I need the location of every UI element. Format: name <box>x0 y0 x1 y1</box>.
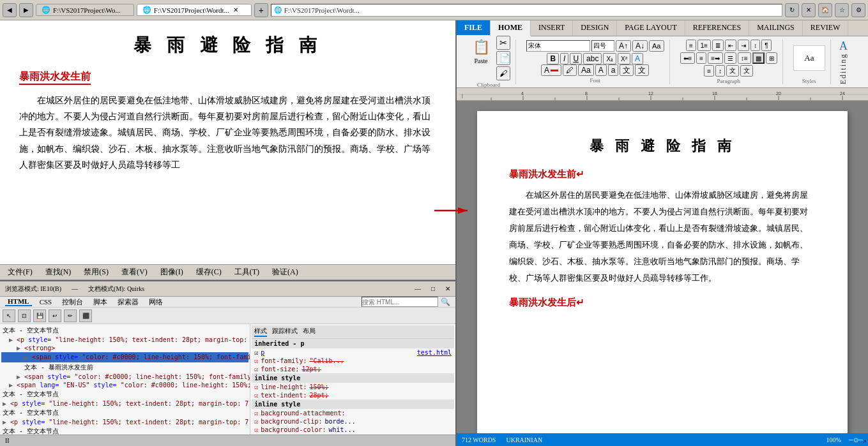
toolbar-btn-stop[interactable]: ⬛ <box>79 309 92 322</box>
multilevel-button[interactable]: ≣ <box>712 40 724 51</box>
style-tab-styles[interactable]: 样式 <box>254 327 267 337</box>
sort-button[interactable]: ↕ <box>750 40 760 51</box>
bullets-button[interactable]: ≡ <box>686 40 696 51</box>
menu-image[interactable]: 图像(I) <box>158 266 186 278</box>
subscript-button[interactable]: X₂ <box>603 53 616 64</box>
refresh-button[interactable]: ↻ <box>785 3 799 17</box>
style-tab-layout[interactable]: 布局 <box>303 327 316 337</box>
increase-indent-button[interactable]: ⇥ <box>738 40 749 51</box>
browser-tab-2[interactable]: 🌐 F:\VS2017Project\Wordt... ✕ <box>137 4 252 16</box>
show-marks-button[interactable]: ¶ <box>761 40 771 51</box>
para-extra1[interactable]: ≡ <box>704 65 714 77</box>
font-extra-button[interactable]: 文 <box>620 64 634 76</box>
tab-references[interactable]: REFERENCES <box>685 20 749 36</box>
font-size-box[interactable]: 四号 <box>591 40 614 52</box>
tab-file[interactable]: FILE <box>457 20 491 36</box>
aa-upper-button[interactable]: A <box>595 64 607 76</box>
favorites-button[interactable]: ☆ <box>835 3 849 17</box>
html-line-5[interactable]: 文本 - 暴雨洪水发生前 <box>1 362 248 373</box>
tab-insert[interactable]: INSERT <box>531 20 573 36</box>
numbering-button[interactable]: 1≡ <box>697 40 711 51</box>
tab-design[interactable]: DESIGN <box>573 20 617 36</box>
style-p-link[interactable]: p <box>261 349 264 356</box>
html-line-9[interactable]: ▶ <p style= "line-height: 150%; text-ind… <box>1 399 248 408</box>
devtools-close[interactable]: ✕ <box>445 285 450 292</box>
tab-pagelayout[interactable]: PAGE LAYOUT <box>617 20 685 36</box>
menu-tools[interactable]: 工具(T) <box>232 266 262 278</box>
home-button[interactable]: 🏠 <box>818 3 832 17</box>
underline-button[interactable]: U <box>570 53 582 64</box>
shading-button[interactable]: ▩ <box>752 52 765 64</box>
zoom-slider-icon[interactable]: ─⊙─ <box>849 436 863 443</box>
highlight-button[interactable]: 🖊 <box>563 64 577 76</box>
toolbar-btn-grid[interactable]: ⊡ <box>18 309 31 322</box>
devtools-maximize[interactable]: □ <box>431 285 435 292</box>
font-name-box[interactable]: 宋体 <box>526 40 590 52</box>
tab-console[interactable]: 控制台 <box>59 297 86 307</box>
new-tab-button[interactable]: + <box>254 3 268 17</box>
clipboard-expand-icon[interactable]: ↗ <box>862 439 867 445</box>
stop-button[interactable]: ✕ <box>802 3 816 17</box>
align-center-button[interactable]: ≡ <box>696 52 706 64</box>
italic-button[interactable]: I <box>560 53 568 64</box>
word-doc-area[interactable]: 暴 雨 避 险 指 南 暴雨洪水发生前↵ 在城区外居住的居民要避免在低洼地带、山… <box>457 101 868 433</box>
clear-format-button[interactable]: Aa <box>578 64 594 76</box>
back-button[interactable]: ◀ <box>3 3 17 17</box>
html-line-12[interactable]: 文本 - 空文本节点 <box>1 426 248 435</box>
devtools-minimize[interactable]: — <box>415 285 421 292</box>
tab-css[interactable]: CSS <box>37 298 55 306</box>
para-extra4[interactable]: 文 <box>740 65 753 77</box>
menu-disable[interactable]: 禁用(S) <box>81 266 111 278</box>
tab-explorer[interactable]: 探索器 <box>115 297 141 307</box>
forward-button[interactable]: ▶ <box>19 3 33 17</box>
para-extra3[interactable]: 文 <box>726 65 739 77</box>
html-line-2[interactable]: ▶ <p style= "line-height: 150%; text-ind… <box>1 336 248 344</box>
decrease-indent-button[interactable]: ⇤ <box>725 40 736 51</box>
html-line-3[interactable]: ▶ <strong> <box>1 344 248 352</box>
toolbar-btn-undo[interactable]: ↩ <box>49 309 61 322</box>
tab-review[interactable]: REVIEW <box>803 20 849 36</box>
search-icon[interactable]: 🔍 <box>441 297 450 307</box>
cut-button[interactable]: ✂ <box>496 36 510 50</box>
line-spacing-button[interactable]: ↕≡ <box>738 52 751 64</box>
toolbar-btn-save[interactable]: 💾 <box>33 309 46 322</box>
devtools-search-input[interactable] <box>362 297 438 307</box>
font-color-button[interactable]: A <box>541 64 561 76</box>
menu-view[interactable]: 查看(V) <box>119 266 150 278</box>
devtools-html-tree[interactable]: 文本 - 空文本节点 ▶ <p style= "line-height: 150… <box>0 324 250 435</box>
style-link-p[interactable]: ☑ p test.html <box>252 348 454 357</box>
html-line-8[interactable]: 文本 - 空文本节点 <box>1 389 248 399</box>
menu-validate[interactable]: 验证(A) <box>270 266 301 278</box>
tab2-close[interactable]: ✕ <box>233 6 238 13</box>
borders-button[interactable]: ⊞ <box>766 52 777 64</box>
html-line-7[interactable]: ▶ <span lang= "EN-US" style= "color: #c0… <box>1 381 248 389</box>
font-shrink-button[interactable]: A↓ <box>632 40 648 52</box>
html-line-4-selected[interactable]: ▶ <span style= "color: #c0000; line-heig… <box>1 352 248 362</box>
format-painter-button[interactable]: 🖌 <box>496 66 510 80</box>
aa-lower-button[interactable]: a <box>608 64 619 76</box>
bold-button[interactable]: B <box>547 53 559 64</box>
toolbar-btn-edit[interactable]: ✏ <box>64 309 77 322</box>
tab-network[interactable]: 网络 <box>146 297 165 307</box>
tab-html[interactable]: HTML <box>5 297 32 306</box>
font-aa-button[interactable]: Aa <box>649 40 664 52</box>
tab-script[interactable]: 脚本 <box>91 297 110 307</box>
html-line-10[interactable]: 文本 - 空文本节点 <box>1 408 248 418</box>
style-tab-trace[interactable]: 跟踪样式 <box>272 327 298 337</box>
paste-button[interactable]: 📋 Paste <box>467 36 495 80</box>
copy-button[interactable]: 📄 <box>496 51 510 65</box>
strikethrough-button[interactable]: abc <box>583 53 602 64</box>
text-effect-button[interactable]: A <box>632 53 643 64</box>
tab-mailings[interactable]: MAILINGS <box>749 20 803 36</box>
menu-find[interactable]: 查找(N) <box>43 266 74 278</box>
superscript-button[interactable]: X² <box>618 53 630 64</box>
tab-home[interactable]: HOME <box>491 20 531 36</box>
justify-button[interactable]: ☰ <box>724 52 736 64</box>
html-line-11[interactable]: ▶ <p style= "line-height: 150%; text-ind… <box>1 418 248 426</box>
html-line-6[interactable]: ▶ <span style= "color: #c0000; line-heig… <box>1 373 248 381</box>
para-extra2[interactable]: ↕ <box>715 65 725 77</box>
settings-button[interactable]: ⚙ <box>851 3 865 17</box>
font-extra2-button[interactable]: 文 <box>635 64 649 76</box>
menu-cache[interactable]: 缓存(C) <box>194 266 224 278</box>
toolbar-btn-cursor[interactable]: ↖ <box>3 309 15 322</box>
